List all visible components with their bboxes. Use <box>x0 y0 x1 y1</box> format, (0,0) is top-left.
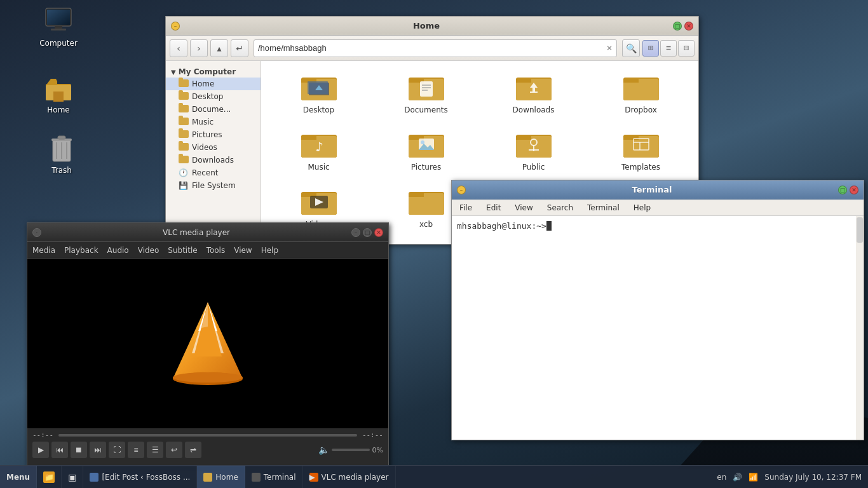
sidebar-item-documents[interactable]: Docume... <box>166 103 261 116</box>
vlc-extended-btn[interactable]: ≡ <box>128 442 144 458</box>
taskbar-home-fm-item[interactable]: Home <box>197 466 245 488</box>
fm-clear-btn[interactable]: ✕ <box>606 44 613 53</box>
taskbar-system-tray: en 🔊 📶 Sunday July 10, 12:37 FM <box>710 473 868 482</box>
terminal-close-btn[interactable]: ✕ <box>850 186 858 194</box>
file-manager-titlebar[interactable]: – Home □ ✕ <box>166 17 698 36</box>
vlc-maximize-btn[interactable]: □ <box>363 228 372 237</box>
vlc-prev-btn[interactable]: ⏮ <box>51 442 68 458</box>
taskbar-files-btn[interactable]: 📁 <box>37 466 62 488</box>
fm-maximize-btn[interactable]: □ <box>673 22 682 30</box>
vlc-minimize-btn[interactable]: – <box>351 228 360 237</box>
taskbar-menu-btn[interactable]: Menu <box>0 466 37 488</box>
taskbar-network-icon[interactable]: 📶 <box>749 473 758 482</box>
sidebar-recent-label: Recent <box>192 168 218 177</box>
fm-item-public[interactable]: Public <box>482 125 585 177</box>
sidebar-item-desktop[interactable]: Desktop <box>166 90 261 103</box>
vlc-close-btn[interactable]: ✕ <box>374 228 383 237</box>
sidebar-item-videos[interactable]: Videos <box>166 141 261 154</box>
vlc-titlebar[interactable]: · VLC media player – □ ✕ <box>27 223 388 242</box>
fm-address-input[interactable] <box>258 43 606 53</box>
fm-pictures-folder-icon <box>409 130 444 160</box>
terminal-menu-help[interactable]: Help <box>631 202 653 214</box>
fm-item-dropbox[interactable]: Dropbox <box>590 67 692 119</box>
terminal-menu-edit[interactable]: Edit <box>484 202 503 214</box>
vlc-volume-bar[interactable] <box>332 449 370 451</box>
terminal-minimize-btn[interactable]: – <box>457 186 466 194</box>
vlc-loop-btn[interactable]: ↩ <box>166 442 182 458</box>
vlc-menu-media[interactable]: Media <box>32 246 55 255</box>
vlc-play-btn[interactable]: ▶ <box>32 442 49 458</box>
svg-rect-30 <box>516 79 531 83</box>
sidebar-item-filesystem[interactable]: 💾 File System <box>166 179 261 192</box>
fm-up-btn[interactable]: ▴ <box>210 39 228 57</box>
desktop-icon-home[interactable]: Home <box>33 70 84 117</box>
fm-back-btn[interactable]: ‹ <box>170 39 187 57</box>
vlc-menu-subtitle[interactable]: Subtitle <box>168 246 197 255</box>
svg-rect-54 <box>623 136 639 140</box>
taskbar-terminal-icon-btn[interactable]: ▣ <box>62 466 83 488</box>
fm-item-music[interactable]: ♪ Music <box>268 125 370 177</box>
taskbar-vlc-item[interactable]: ▶ VLC media player <box>303 466 396 488</box>
fm-item-pictures[interactable]: Pictures <box>375 125 477 177</box>
sidebar-item-home[interactable]: Home <box>166 78 261 90</box>
desktop-icon-computer[interactable]: Computer <box>33 3 84 50</box>
fm-address-bar-container[interactable]: ✕ <box>254 39 617 57</box>
vlc-next-btn[interactable]: ⏭ <box>90 442 106 458</box>
terminal-maximize-btn[interactable]: □ <box>838 186 847 194</box>
fm-search-btn[interactable]: 🔍 <box>622 39 640 57</box>
vlc-fullscreen-btn[interactable]: ⛶ <box>109 442 125 458</box>
vlc-menu-help[interactable]: Help <box>261 246 278 255</box>
taskbar-terminal-mini-icon: ▣ <box>68 472 76 482</box>
vlc-menu-video[interactable]: Video <box>138 246 159 255</box>
fm-item-documents[interactable]: Documents <box>375 67 477 119</box>
terminal-title: Terminal <box>468 185 836 194</box>
terminal-menu-terminal[interactable]: Terminal <box>585 202 622 214</box>
taskbar-terminal-item[interactable]: Terminal <box>245 466 303 488</box>
terminal-menu-view[interactable]: View <box>512 202 535 214</box>
fm-forward-btn[interactable]: › <box>190 39 208 57</box>
fm-item-desktop[interactable]: Desktop <box>268 67 370 119</box>
fm-view-grid-btn[interactable]: ⊞ <box>642 40 659 57</box>
terminal-scroll-thumb[interactable] <box>857 217 863 243</box>
fm-item-downloads[interactable]: Downloads <box>482 67 585 119</box>
vlc-video-area[interactable] <box>27 259 388 428</box>
vlc-shuffle-btn[interactable]: ⇌ <box>185 442 201 458</box>
vlc-menu-tools[interactable]: Tools <box>207 246 226 255</box>
fm-pictures-label: Pictures <box>411 163 442 172</box>
sidebar-music-label: Music <box>192 118 214 126</box>
terminal-menu-file[interactable]: File <box>457 202 475 214</box>
fm-sidebar-mycomputer[interactable]: ▼ My Computer <box>166 66 261 78</box>
vlc-menu-view[interactable]: View <box>234 246 252 255</box>
svg-rect-8 <box>53 92 64 102</box>
sidebar-item-downloads[interactable]: Downloads <box>166 154 261 166</box>
vlc-menu-audio[interactable]: Audio <box>107 246 129 255</box>
mycomputer-arrow: ▼ <box>171 69 176 76</box>
svg-rect-2 <box>47 10 70 25</box>
vlc-left-btn[interactable]: · <box>32 228 41 237</box>
vlc-stop-btn[interactable]: ⏹ <box>71 442 87 458</box>
terminal-scrollbar[interactable] <box>856 216 864 440</box>
taskbar-audio-icon[interactable]: 🔊 <box>733 473 742 482</box>
vlc-cone-icon <box>166 296 249 391</box>
terminal-prompt-text: mhsabbagh@linux:~> <box>457 221 546 231</box>
fm-view-compact-btn[interactable]: ⊟ <box>678 40 695 57</box>
desktop-icon-trash[interactable]: Trash <box>36 130 87 177</box>
fm-view-list-btn[interactable]: ≡ <box>660 40 677 57</box>
sidebar-item-pictures[interactable]: Pictures <box>166 128 261 141</box>
fm-minimize-btn[interactable]: – <box>171 22 180 30</box>
terminal-menu-search[interactable]: Search <box>545 202 576 214</box>
taskbar-editpost-item[interactable]: [Edit Post ‹ FossBoss ... <box>83 466 197 488</box>
terminal-content[interactable]: mhsabbagh@linux:~> <box>452 216 856 440</box>
taskbar-datetime: Sunday July 10, 12:37 FM <box>764 473 862 482</box>
fm-go-btn[interactable]: ↵ <box>231 39 248 57</box>
taskbar-vlc-label: VLC media player <box>322 473 389 482</box>
fm-close-btn[interactable]: ✕ <box>684 22 693 30</box>
vlc-playlist-btn[interactable]: ☰ <box>147 442 163 458</box>
vlc-menu-playback[interactable]: Playback <box>64 246 98 255</box>
taskbar-menu-label: Menu <box>6 473 30 482</box>
sidebar-item-recent[interactable]: 🕐 Recent <box>166 166 261 179</box>
vlc-progress-bar[interactable] <box>58 434 357 437</box>
sidebar-item-music[interactable]: Music <box>166 116 261 128</box>
terminal-titlebar[interactable]: – Terminal □ ✕ <box>452 180 864 200</box>
fm-item-templates[interactable]: Templates <box>590 125 692 177</box>
